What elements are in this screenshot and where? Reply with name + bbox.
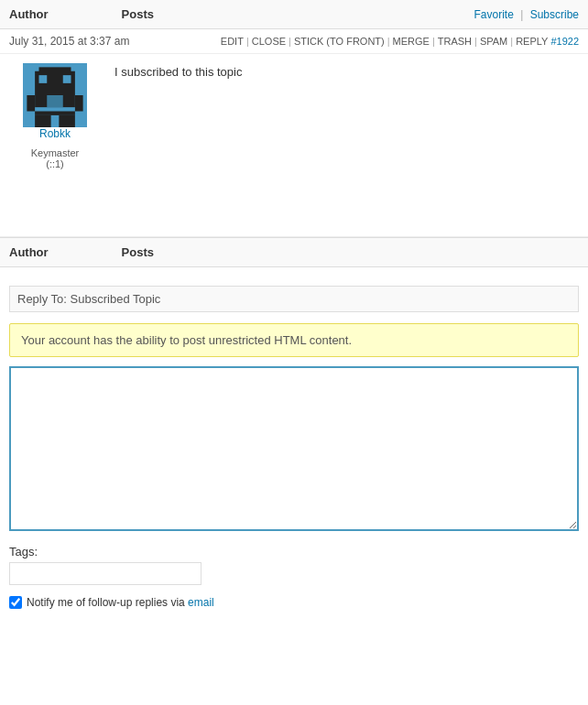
posts-column-header: Posts [122, 7, 154, 21]
header-links: Favorite | Subscribe [474, 8, 579, 21]
svg-rect-7 [75, 95, 83, 112]
post-content: I subscribed to this topic [110, 63, 579, 227]
reply-textarea[interactable] [9, 366, 579, 531]
tags-row: Tags: [9, 545, 579, 585]
favorite-link[interactable]: Favorite [474, 8, 513, 21]
edit-action[interactable]: EDIT [221, 36, 244, 47]
author-col-footer: Author [9, 245, 49, 259]
author-column-header: Author [9, 7, 49, 21]
trash-action[interactable]: TRASH [438, 36, 472, 47]
subscribe-link[interactable]: Subscribe [530, 8, 579, 21]
author-role: Keymaster [31, 147, 80, 158]
svg-rect-10 [35, 107, 75, 111]
stick-action[interactable]: STICK (TO FRONT) [294, 36, 385, 47]
svg-rect-8 [35, 115, 51, 127]
reply-action[interactable]: REPLY [516, 36, 548, 47]
notify-email-link[interactable]: email [188, 596, 214, 609]
reply-section: Reply To: Subscribed Topic Your account … [0, 267, 588, 618]
notify-row: Notify me of follow-up replies via email [9, 596, 579, 609]
svg-rect-6 [27, 95, 35, 112]
merge-action[interactable]: MERGE [393, 36, 430, 47]
html-notice: Your account has the ability to post unr… [9, 323, 579, 357]
post-id-link[interactable]: #1922 [550, 36, 579, 47]
author-column: Robkk Keymaster (::1) [9, 63, 110, 227]
post-meta-row: July 31, 2015 at 3:37 am EDIT | CLOSE | … [0, 29, 588, 54]
close-action[interactable]: CLOSE [252, 36, 286, 47]
table-footer-header: Author Posts [0, 237, 588, 267]
author-badge: (::1) [46, 158, 64, 169]
author-name-link[interactable]: Robkk [39, 127, 71, 140]
avatar [23, 63, 87, 127]
svg-rect-11 [47, 95, 63, 107]
posts-col-footer: Posts [122, 245, 154, 259]
post-actions: EDIT | CLOSE | STICK (TO FRONT) | MERGE … [221, 36, 579, 47]
tags-label: Tags: [9, 545, 579, 559]
spam-action[interactable]: SPAM [480, 36, 507, 47]
notify-checkbox[interactable] [9, 596, 22, 609]
post-area: Robkk Keymaster (::1) I subscribed to th… [0, 54, 588, 237]
svg-rect-3 [39, 75, 48, 83]
tags-input[interactable] [9, 562, 201, 585]
post-timestamp: July 31, 2015 at 3:37 am [9, 35, 129, 48]
svg-rect-4 [63, 75, 71, 83]
notify-label: Notify me of follow-up replies via email [27, 596, 214, 609]
post-text: I subscribed to this topic [114, 63, 579, 81]
svg-rect-9 [59, 115, 75, 127]
reply-title: Reply To: Subscribed Topic [9, 286, 579, 312]
table-header: Author Posts Favorite | Subscribe [0, 0, 588, 29]
